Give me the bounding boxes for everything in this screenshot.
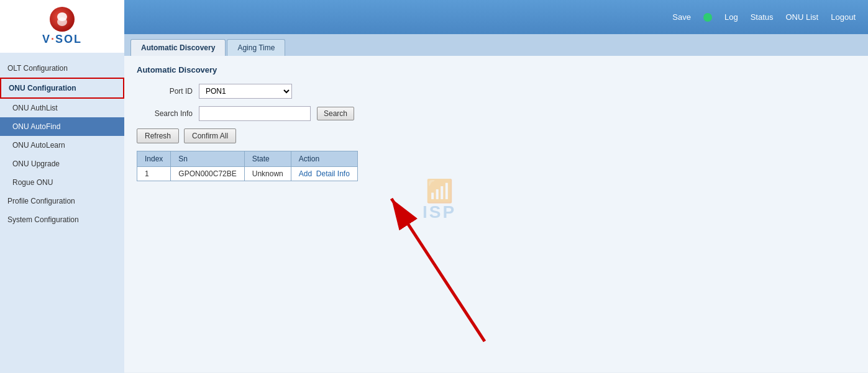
port-id-label: Port ID (137, 87, 193, 96)
col-action: Action (291, 151, 357, 167)
col-state: State (244, 151, 291, 167)
tab-aging-time[interactable]: Aging Time (227, 39, 285, 56)
tab-bar: Automatic Discovery Aging Time (124, 34, 868, 56)
sidebar-item-onu-upgrade[interactable]: ONU Upgrade (0, 155, 124, 173)
logout-link[interactable]: Logout (831, 12, 856, 22)
discovery-table: Index Sn State Action 1 GPON000C72BE Unk… (137, 151, 358, 181)
sidebar-item-rogue-onu[interactable]: Rogue ONU (0, 173, 124, 192)
port-id-row: Port ID PON1 PON2 PON3 PON4 (137, 84, 856, 99)
svg-point-1 (57, 17, 67, 26)
table-row: 1 GPON000C72BE Unknown Add Detail Info (137, 167, 358, 181)
refresh-button[interactable]: Refresh (137, 128, 179, 143)
sidebar-item-onu-configuration[interactable]: ONU Configuration (0, 78, 124, 99)
log-link[interactable]: Log (724, 12, 738, 22)
content-area: Automatic Discovery Port ID PON1 PON2 PO… (124, 56, 868, 372)
cell-state: Unknown (244, 167, 291, 181)
search-info-input[interactable] (199, 106, 311, 121)
search-info-label: Search Info (137, 109, 193, 118)
isp-watermark: 📶 ISP (423, 180, 456, 222)
sidebar-item-onu-autolearn[interactable]: ONU AutoLearn (0, 136, 124, 155)
wifi-icon: 📶 (426, 180, 454, 202)
col-sn: Sn (171, 151, 244, 167)
sidebar-item-olt-configuration[interactable]: OLT Configuration (0, 59, 124, 78)
logo-text: V·SOL (42, 33, 82, 46)
search-button[interactable]: Search (317, 107, 354, 120)
cell-index: 1 (137, 167, 171, 181)
isp-text: ISP (423, 202, 456, 222)
sidebar-item-profile-configuration[interactable]: Profile Configuration (0, 192, 124, 210)
sidebar-item-system-configuration[interactable]: System Configuration (0, 210, 124, 229)
tab-automatic-discovery[interactable]: Automatic Discovery (130, 39, 226, 56)
sidebar: OLT Information OLT Configuration ONU Co… (0, 34, 124, 373)
page-title: Automatic Discovery (137, 65, 856, 74)
sidebar-item-onu-authlist[interactable]: ONU AuthList (0, 99, 124, 117)
header: V·SOL Save Log Status ONU List Logout (0, 0, 868, 34)
logo-icon (50, 7, 75, 32)
port-id-select[interactable]: PON1 PON2 PON3 PON4 (199, 84, 292, 99)
logo: V·SOL (42, 7, 82, 46)
save-button[interactable]: Save (672, 12, 691, 22)
layout: OLT Information OLT Configuration ONU Co… (0, 34, 868, 373)
detail-info-link[interactable]: Detail Info (316, 169, 350, 178)
confirm-all-button[interactable]: Confirm All (184, 128, 236, 143)
onu-list-link[interactable]: ONU List (786, 12, 819, 22)
action-buttons-row: Refresh Confirm All (137, 128, 856, 143)
search-info-row: Search Info Search (137, 106, 856, 121)
logo-area: V·SOL (0, 0, 124, 53)
cell-sn: GPON000C72BE (171, 167, 244, 181)
header-nav: Save Log Status ONU List Logout (672, 12, 856, 22)
status-link[interactable]: Status (751, 12, 774, 22)
cell-action: Add Detail Info (291, 167, 357, 181)
sidebar-item-onu-autofind[interactable]: ONU AutoFind (0, 117, 124, 136)
main-content: Automatic Discovery Aging Time Automatic… (124, 34, 868, 373)
col-index: Index (137, 151, 171, 167)
add-link[interactable]: Add (299, 169, 312, 178)
status-indicator (703, 13, 712, 22)
